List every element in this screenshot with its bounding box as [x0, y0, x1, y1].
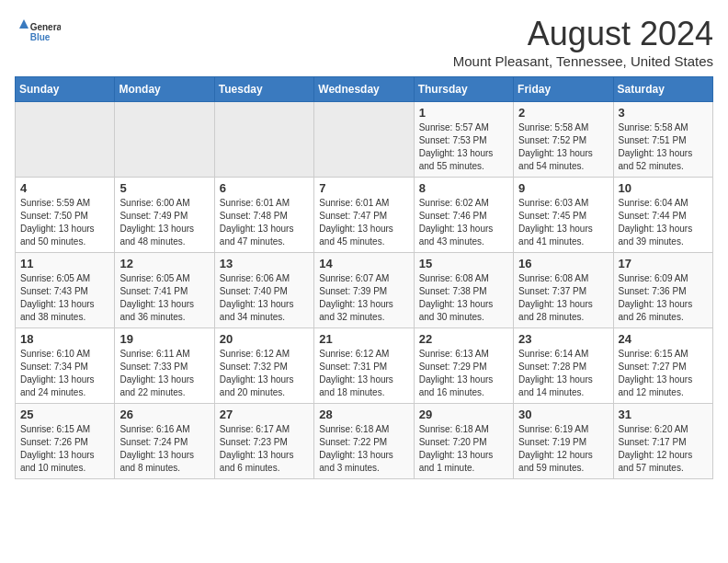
day-info: Sunrise: 6:01 AM Sunset: 7:48 PM Dayligh… [220, 197, 309, 248]
day-number: 20 [220, 332, 309, 346]
calendar-week-row: 1Sunrise: 5:57 AM Sunset: 7:53 PM Daylig… [16, 102, 713, 178]
day-info: Sunrise: 5:58 AM Sunset: 7:51 PM Dayligh… [619, 121, 708, 173]
table-row [16, 102, 115, 178]
table-row: 30Sunrise: 6:19 AM Sunset: 7:19 PM Dayli… [514, 404, 613, 479]
svg-marker-2 [19, 19, 28, 29]
table-row: 26Sunrise: 6:16 AM Sunset: 7:24 PM Dayli… [115, 404, 214, 479]
day-info: Sunrise: 6:11 AM Sunset: 7:33 PM Dayligh… [119, 348, 209, 399]
table-row: 4Sunrise: 5:59 AM Sunset: 7:50 PM Daylig… [16, 178, 115, 253]
day-number: 14 [319, 257, 408, 270]
day-number: 15 [419, 257, 508, 270]
table-row: 23Sunrise: 6:14 AM Sunset: 7:28 PM Dayli… [514, 328, 613, 404]
day-info: Sunrise: 6:13 AM Sunset: 7:29 PM Dayligh… [419, 348, 508, 399]
day-number: 10 [619, 181, 708, 195]
day-number: 4 [20, 181, 109, 195]
col-saturday: Saturday [613, 77, 712, 102]
table-row: 6Sunrise: 6:01 AM Sunset: 7:48 PM Daylig… [214, 178, 313, 253]
day-info: Sunrise: 6:08 AM Sunset: 7:38 PM Dayligh… [419, 272, 508, 324]
day-info: Sunrise: 5:59 AM Sunset: 7:50 PM Dayligh… [20, 197, 109, 248]
table-row [214, 102, 313, 178]
col-wednesday: Wednesday [314, 77, 414, 102]
day-info: Sunrise: 6:08 AM Sunset: 7:37 PM Dayligh… [518, 272, 608, 324]
day-number: 31 [619, 408, 708, 421]
table-row: 31Sunrise: 6:20 AM Sunset: 7:17 PM Dayli… [613, 404, 712, 479]
day-number: 12 [119, 257, 209, 270]
col-friday: Friday [514, 77, 613, 102]
svg-text:Blue: Blue [30, 32, 51, 42]
day-info: Sunrise: 6:15 AM Sunset: 7:26 PM Dayligh… [20, 423, 109, 475]
day-info: Sunrise: 6:14 AM Sunset: 7:28 PM Dayligh… [518, 348, 608, 399]
day-number: 25 [20, 408, 109, 421]
col-monday: Monday [115, 77, 214, 102]
table-row: 2Sunrise: 5:58 AM Sunset: 7:52 PM Daylig… [514, 102, 613, 178]
day-info: Sunrise: 6:20 AM Sunset: 7:17 PM Dayligh… [619, 423, 708, 475]
calendar-header-row: Sunday Monday Tuesday Wednesday Thursday… [16, 77, 713, 102]
day-info: Sunrise: 6:18 AM Sunset: 7:22 PM Dayligh… [319, 423, 408, 475]
calendar-table: Sunday Monday Tuesday Wednesday Thursday… [15, 76, 713, 479]
day-info: Sunrise: 6:03 AM Sunset: 7:45 PM Dayligh… [518, 197, 608, 248]
day-number: 5 [119, 181, 209, 195]
day-number: 21 [319, 332, 408, 346]
table-row: 3Sunrise: 5:58 AM Sunset: 7:51 PM Daylig… [613, 102, 712, 178]
day-number: 27 [220, 408, 309, 421]
day-info: Sunrise: 6:17 AM Sunset: 7:23 PM Dayligh… [220, 423, 309, 475]
day-info: Sunrise: 6:12 AM Sunset: 7:31 PM Dayligh… [319, 348, 408, 399]
day-number: 11 [20, 257, 109, 270]
table-row: 17Sunrise: 6:09 AM Sunset: 7:36 PM Dayli… [613, 253, 712, 328]
table-row: 8Sunrise: 6:02 AM Sunset: 7:46 PM Daylig… [414, 178, 513, 253]
day-info: Sunrise: 6:18 AM Sunset: 7:20 PM Dayligh… [419, 423, 508, 475]
calendar-subtitle: Mount Pleasant, Tennessee, United States [453, 53, 713, 69]
day-info: Sunrise: 6:05 AM Sunset: 7:43 PM Dayligh… [20, 272, 109, 324]
day-info: Sunrise: 6:09 AM Sunset: 7:36 PM Dayligh… [619, 272, 708, 324]
table-row: 15Sunrise: 6:08 AM Sunset: 7:38 PM Dayli… [414, 253, 513, 328]
day-number: 29 [419, 408, 508, 421]
table-row: 10Sunrise: 6:04 AM Sunset: 7:44 PM Dayli… [613, 178, 712, 253]
day-number: 19 [119, 332, 209, 346]
table-row: 18Sunrise: 6:10 AM Sunset: 7:34 PM Dayli… [16, 328, 115, 404]
day-info: Sunrise: 6:00 AM Sunset: 7:49 PM Dayligh… [119, 197, 209, 248]
day-info: Sunrise: 6:07 AM Sunset: 7:39 PM Dayligh… [319, 272, 408, 324]
day-info: Sunrise: 6:15 AM Sunset: 7:27 PM Dayligh… [619, 348, 708, 399]
day-number: 18 [20, 332, 109, 346]
day-number: 24 [619, 332, 708, 346]
calendar-week-row: 11Sunrise: 6:05 AM Sunset: 7:43 PM Dayli… [16, 253, 713, 328]
table-row: 19Sunrise: 6:11 AM Sunset: 7:33 PM Dayli… [115, 328, 214, 404]
day-number: 16 [518, 257, 608, 270]
logo-svg: General Blue [15, 15, 61, 52]
table-row: 22Sunrise: 6:13 AM Sunset: 7:29 PM Dayli… [414, 328, 513, 404]
day-info: Sunrise: 6:05 AM Sunset: 7:41 PM Dayligh… [119, 272, 209, 324]
day-number: 3 [619, 106, 708, 120]
svg-text:General: General [30, 22, 61, 32]
calendar-week-row: 25Sunrise: 6:15 AM Sunset: 7:26 PM Dayli… [16, 404, 713, 479]
day-number: 17 [619, 257, 708, 270]
day-number: 2 [518, 106, 608, 120]
logo: General Blue [15, 15, 61, 52]
day-number: 8 [419, 181, 508, 195]
table-row: 14Sunrise: 6:07 AM Sunset: 7:39 PM Dayli… [314, 253, 414, 328]
day-number: 9 [518, 181, 608, 195]
table-row: 11Sunrise: 6:05 AM Sunset: 7:43 PM Dayli… [16, 253, 115, 328]
day-info: Sunrise: 5:57 AM Sunset: 7:53 PM Dayligh… [419, 121, 508, 173]
calendar-title: August 2024 [453, 15, 713, 53]
table-row [314, 102, 414, 178]
calendar-week-row: 18Sunrise: 6:10 AM Sunset: 7:34 PM Dayli… [16, 328, 713, 404]
calendar-week-row: 4Sunrise: 5:59 AM Sunset: 7:50 PM Daylig… [16, 178, 713, 253]
table-row: 1Sunrise: 5:57 AM Sunset: 7:53 PM Daylig… [414, 102, 513, 178]
day-number: 6 [220, 181, 309, 195]
table-row: 9Sunrise: 6:03 AM Sunset: 7:45 PM Daylig… [514, 178, 613, 253]
day-info: Sunrise: 6:16 AM Sunset: 7:24 PM Dayligh… [119, 423, 209, 475]
day-info: Sunrise: 6:04 AM Sunset: 7:44 PM Dayligh… [619, 197, 708, 248]
table-row: 20Sunrise: 6:12 AM Sunset: 7:32 PM Dayli… [214, 328, 313, 404]
day-info: Sunrise: 6:02 AM Sunset: 7:46 PM Dayligh… [419, 197, 508, 248]
table-row: 29Sunrise: 6:18 AM Sunset: 7:20 PM Dayli… [414, 404, 513, 479]
day-number: 30 [518, 408, 608, 421]
day-info: Sunrise: 5:58 AM Sunset: 7:52 PM Dayligh… [518, 121, 608, 173]
day-info: Sunrise: 6:10 AM Sunset: 7:34 PM Dayligh… [20, 348, 109, 399]
page-header: General Blue August 2024 Mount Pleasant,… [15, 15, 713, 69]
table-row: 16Sunrise: 6:08 AM Sunset: 7:37 PM Dayli… [514, 253, 613, 328]
table-row: 27Sunrise: 6:17 AM Sunset: 7:23 PM Dayli… [214, 404, 313, 479]
col-sunday: Sunday [16, 77, 115, 102]
col-tuesday: Tuesday [214, 77, 313, 102]
day-number: 1 [419, 106, 508, 120]
day-number: 22 [419, 332, 508, 346]
